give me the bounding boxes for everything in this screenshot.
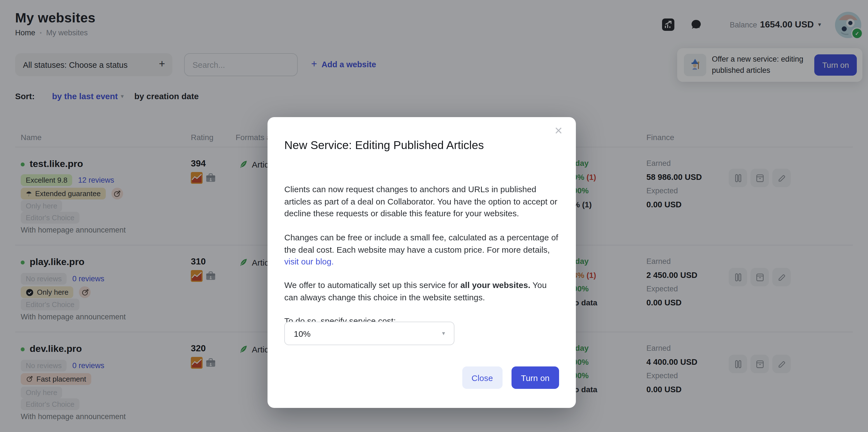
app-root: My websites Home • My websites Balance 1… (0, 0, 868, 432)
service-cost-value: 10% (294, 328, 311, 338)
modal-title: New Service: Editing Published Articles (284, 138, 484, 152)
modal-close-icon[interactable]: × (552, 122, 565, 140)
modal-paragraph-1: Clients can now request changes to ancho… (284, 183, 560, 219)
select-caret-down-icon: ▼ (441, 330, 446, 336)
visit-blog-link[interactable]: visit our blog. (284, 257, 334, 266)
modal-paragraph-3: We offer to automatically set up this se… (284, 279, 560, 303)
modal-turn-on-button[interactable]: Turn on (512, 367, 559, 389)
modal-paragraph-1-text: Clients can now request changes to ancho… (284, 184, 557, 218)
modal-close-button[interactable]: Close (462, 367, 502, 389)
modal-paragraph-2: Changes can be free or include a small f… (284, 231, 560, 267)
modal-buttons: Close Turn on (462, 367, 559, 389)
modal-paragraph-3-text: We offer to automatically set up this se… (284, 280, 460, 290)
modal-paragraph-3-bold: all your websites. (460, 280, 530, 290)
service-cost-select[interactable]: 10% ▼ (284, 322, 455, 345)
new-service-modal: × New Service: Editing Published Article… (268, 117, 576, 408)
modal-paragraph-2-text: Changes can be free or include a small f… (284, 233, 558, 254)
